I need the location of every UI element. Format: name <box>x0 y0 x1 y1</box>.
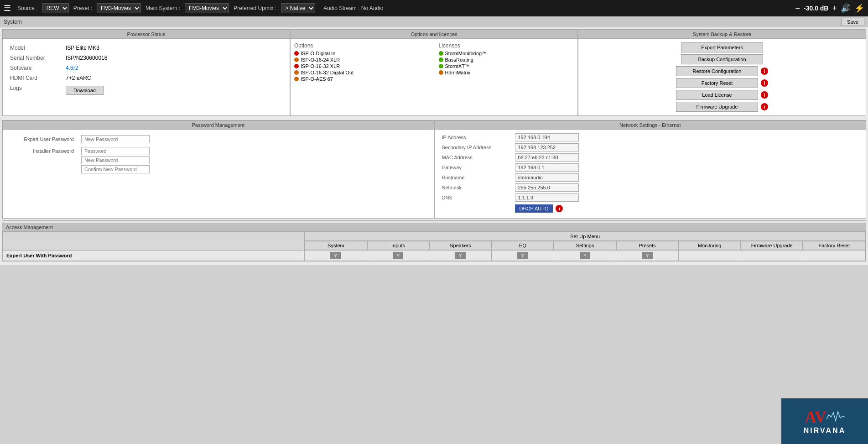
hostname-label: Hostname <box>442 175 515 180</box>
export-parameters-button[interactable]: Export Parameters <box>681 42 763 52</box>
ip-address-input[interactable] <box>515 133 579 141</box>
license-storm-monitoring: StormMonitoring™ <box>439 51 574 56</box>
mac-address-input[interactable] <box>515 153 579 162</box>
installer-new-password-input[interactable] <box>81 156 150 164</box>
ip-address-row: IP Address <box>442 133 859 141</box>
backup-config-button[interactable]: Backup Configuration <box>681 54 763 64</box>
installer-confirm-password-input[interactable] <box>81 165 150 173</box>
software-label: Software <box>7 63 62 73</box>
option-16-24-xlr: ISP-O-16-24 XLR <box>294 57 430 63</box>
top-bar: ☰ Source : REW Preset : FM3-Movies Main … <box>0 0 868 16</box>
password-management-header: Password Management <box>3 121 434 130</box>
hdmi-row: HDMI Card 7+2 eARC <box>7 73 285 83</box>
y-badge-eq: Y <box>517 252 528 259</box>
expert-user-badges: Y Y Y Y Y Y <box>305 251 865 261</box>
restore-config-row: Restore Configuration i <box>676 66 768 76</box>
restore-config-info-icon[interactable]: i <box>761 68 768 75</box>
expert-user-values: Y Y Y Y Y Y <box>305 251 866 261</box>
factory-reset-row: Factory Reset i <box>676 78 768 88</box>
expert-password-label: Expert User Password <box>10 135 74 142</box>
expert-new-password-input[interactable] <box>81 135 150 143</box>
access-management-section: Access Management Set-Up Menu System Inp… <box>2 223 866 261</box>
dhcp-auto-button[interactable]: DHCP AUTO <box>515 204 553 213</box>
restore-config-button[interactable]: Restore Configuration <box>676 66 758 76</box>
preferred-upmix-select[interactable]: > Native <box>281 3 315 13</box>
network-settings-panel: Network Settings - Ethernet IP Address S… <box>434 120 866 219</box>
source-select[interactable]: REW <box>42 3 69 13</box>
model-label: Model <box>7 43 62 52</box>
dhcp-row: DHCP AUTO i <box>515 204 859 213</box>
col-monitoring: Monitoring <box>678 241 741 250</box>
hostname-input[interactable] <box>515 173 579 182</box>
mac-address-row: MAC Address <box>442 153 859 162</box>
factory-reset-button[interactable]: Factory Reset <box>676 78 758 88</box>
volume-minus-button[interactable]: − <box>795 4 800 13</box>
expert-password-row: Expert User Password <box>10 135 426 143</box>
backup-header: System Backup & Restore <box>578 30 866 39</box>
processor-status-table: Model ISP Elite MK3 Serial Number ISP/N2… <box>6 42 286 97</box>
installer-password-label: Installer Password <box>10 147 74 154</box>
col-factory: Factory Reset <box>803 241 865 250</box>
audio-stream-label: Audio Stream : No Audio <box>323 5 383 11</box>
preferred-upmix-label: Preferred Upmix : <box>234 5 276 11</box>
speaker-icon-button[interactable]: 🔊 <box>841 3 851 13</box>
col-settings: Settings <box>554 241 616 250</box>
option-label-5: ISP-O-AES 67 <box>301 76 333 82</box>
access-management-header: Access Management <box>2 223 866 232</box>
ip-address-label: IP Address <box>442 135 515 140</box>
dns-label: DNS <box>442 195 515 200</box>
model-row: Model ISP Elite MK3 <box>7 43 285 52</box>
serial-value: ISP/N230600016 <box>63 53 285 63</box>
gateway-input[interactable] <box>515 163 579 172</box>
license-dot-1 <box>439 51 443 56</box>
setup-menu-header: Set-Up Menu <box>305 232 865 241</box>
dns-input[interactable] <box>515 193 579 202</box>
options-licenses-body: Options ISP-O-Digital In ISP-O-16-24 XLR… <box>291 39 577 86</box>
license-label-1: StormMonitoring™ <box>445 51 487 56</box>
secondary-ip-input[interactable] <box>515 143 579 151</box>
option-aes-67: ISP-O-AES 67 <box>294 76 430 82</box>
license-label-4: HdmiMatrix <box>445 70 471 75</box>
dhcp-info-icon[interactable]: i <box>556 205 563 212</box>
middle-section: Password Management Expert User Password… <box>2 120 866 221</box>
processor-status-header: Processor Status <box>3 30 290 39</box>
access-col-label <box>3 232 305 251</box>
volume-plus-button[interactable]: + <box>832 4 837 13</box>
license-label-2: BassRouting <box>445 57 473 63</box>
volume-section: − -30.0 dB + 🔊 ⚡ <box>795 3 865 13</box>
options-col-label: Options <box>294 42 430 49</box>
setup-menu-header-cell: Set-Up Menu System Inputs Speakers EQ Se… <box>305 232 866 251</box>
load-license-info-icon[interactable]: i <box>761 91 768 99</box>
col-inputs: Inputs <box>367 241 430 250</box>
preset-select[interactable]: FM3-Movies <box>97 3 141 13</box>
y-badge-inputs: Y <box>393 252 403 259</box>
factory-reset-info-icon[interactable]: i <box>761 79 768 87</box>
menu-icon[interactable]: ☰ <box>4 3 11 13</box>
load-license-button[interactable]: Load License <box>676 90 758 100</box>
badge-monitoring <box>679 251 741 261</box>
license-bass-routing: BassRouting <box>439 57 574 63</box>
main-system-select[interactable]: FM3-Movies <box>185 3 229 13</box>
serial-label: Serial Number <box>7 53 62 63</box>
option-16-32-xlr: ISP-O-16-32 XLR <box>294 63 430 69</box>
password-management-body: Expert User Password Installer Password <box>3 130 434 183</box>
col-firmware: Firmware Upgrade <box>741 241 803 250</box>
firmware-upgrade-row: Firmware Upgrade i <box>676 102 768 112</box>
badge-settings: Y <box>554 251 617 261</box>
options-licenses-panel: Options and licences Options ISP-O-Digit… <box>290 30 578 116</box>
installer-current-password-input[interactable] <box>81 147 150 155</box>
mac-address-label: MAC Address <box>442 155 515 160</box>
download-button[interactable]: Download <box>66 86 104 95</box>
software-link[interactable]: 4.6r2 <box>66 65 78 71</box>
licenses-col-label: Licenses <box>439 42 574 49</box>
firmware-upgrade-button[interactable]: Firmware Upgrade <box>676 102 758 112</box>
db-display: -30.0 dB <box>804 5 828 12</box>
option-dot-5 <box>294 77 299 81</box>
firmware-upgrade-info-icon[interactable]: i <box>761 103 768 110</box>
top-section: Processor Status Model ISP Elite MK3 Ser… <box>2 29 866 118</box>
network-settings-header: Network Settings - Ethernet <box>435 121 866 130</box>
netmask-input[interactable] <box>515 183 579 192</box>
serial-row: Serial Number ISP/N230600016 <box>7 53 285 63</box>
badge-system: Y <box>305 251 367 261</box>
save-button[interactable]: Save <box>841 18 864 26</box>
